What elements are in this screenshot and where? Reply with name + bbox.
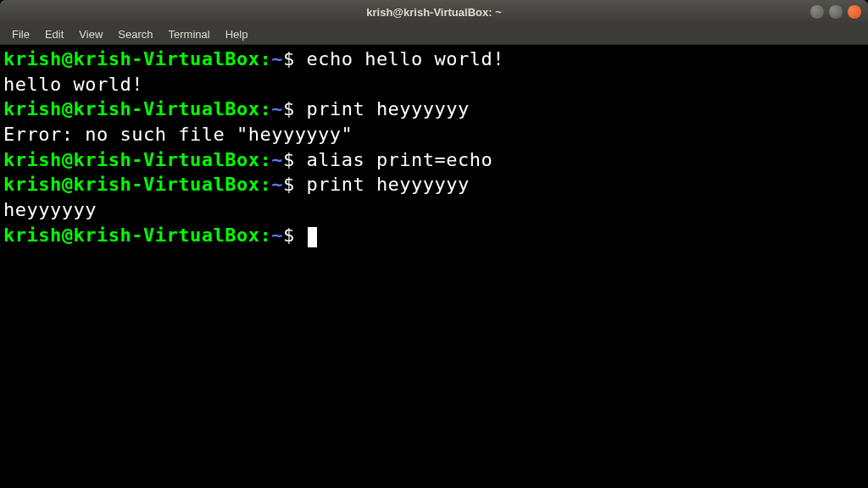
output-text: Error: no such file "heyyyyyy"	[3, 124, 353, 145]
menu-search[interactable]: Search	[111, 25, 159, 43]
terminal-line: krish@krish-VirtualBox:~$ print heyyyyyy	[3, 172, 865, 197]
maximize-icon[interactable]	[829, 5, 843, 19]
prompt-user-host: krish@krish-VirtualBox	[3, 174, 259, 195]
prompt-symbol: $	[283, 174, 307, 195]
prompt-colon: :	[259, 149, 271, 170]
cursor-icon	[308, 227, 317, 247]
prompt-colon: :	[259, 48, 271, 69]
prompt-path: ~	[271, 225, 283, 246]
prompt-symbol: $	[283, 98, 307, 119]
minimize-icon[interactable]	[810, 5, 824, 19]
prompt-symbol: $	[283, 225, 307, 246]
output-text: heyyyyyy	[3, 199, 97, 220]
prompt-colon: :	[259, 225, 271, 246]
prompt-user-host: krish@krish-VirtualBox	[3, 98, 259, 119]
terminal-body[interactable]: krish@krish-VirtualBox:~$ echo hello wor…	[0, 45, 868, 488]
terminal-line: krish@krish-VirtualBox:~$	[3, 223, 865, 248]
prompt-path: ~	[271, 48, 283, 69]
menu-terminal[interactable]: Terminal	[162, 25, 217, 43]
prompt-path: ~	[271, 174, 283, 195]
prompt-path: ~	[271, 98, 283, 119]
terminal-line: hello world!	[3, 72, 865, 97]
command-text: alias print=echo	[306, 149, 492, 170]
prompt-user-host: krish@krish-VirtualBox	[3, 48, 259, 69]
close-icon[interactable]	[848, 5, 861, 19]
window-controls	[810, 5, 861, 19]
menu-help[interactable]: Help	[219, 25, 255, 43]
prompt-path: ~	[271, 149, 283, 170]
output-text: hello world!	[3, 74, 143, 95]
command-text: echo hello world!	[306, 48, 504, 69]
terminal-line: krish@krish-VirtualBox:~$ alias print=ec…	[3, 147, 865, 173]
prompt-symbol: $	[283, 48, 307, 69]
menu-edit[interactable]: Edit	[38, 25, 70, 43]
terminal-line: Error: no such file "heyyyyyy"	[3, 122, 865, 147]
terminal-line: krish@krish-VirtualBox:~$ print heyyyyyy	[3, 97, 865, 122]
terminal-line: krish@krish-VirtualBox:~$ echo hello wor…	[3, 47, 865, 72]
prompt-user-host: krish@krish-VirtualBox	[3, 149, 259, 170]
command-text: print heyyyyyy	[306, 98, 469, 119]
menubar: File Edit View Search Terminal Help	[0, 24, 868, 45]
prompt-user-host: krish@krish-VirtualBox	[3, 225, 259, 246]
terminal-line: heyyyyyy	[3, 197, 865, 223]
window-title: krish@krish-VirtualBox: ~	[0, 6, 868, 19]
prompt-colon: :	[259, 174, 271, 195]
prompt-colon: :	[259, 98, 271, 119]
command-text: print heyyyyyy	[306, 174, 469, 195]
menu-file[interactable]: File	[5, 25, 36, 43]
prompt-symbol: $	[283, 149, 307, 170]
terminal-window: krish@krish-VirtualBox: ~ File Edit View…	[0, 0, 868, 488]
titlebar[interactable]: krish@krish-VirtualBox: ~	[0, 0, 868, 24]
menu-view[interactable]: View	[72, 25, 109, 43]
